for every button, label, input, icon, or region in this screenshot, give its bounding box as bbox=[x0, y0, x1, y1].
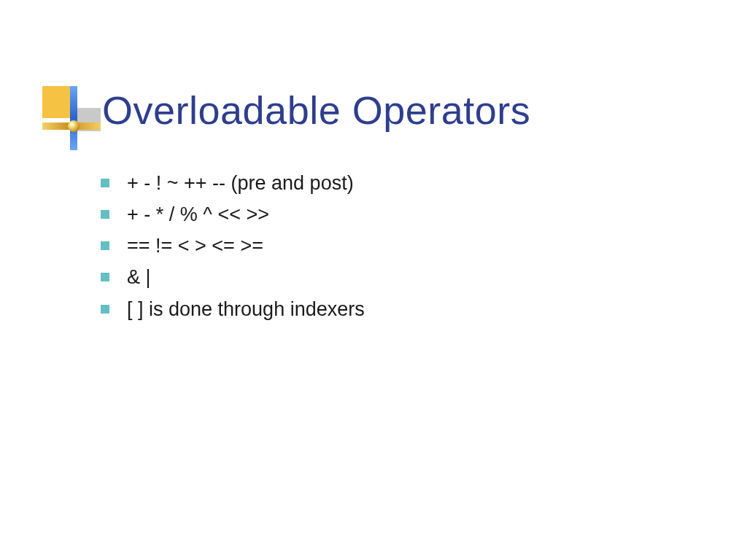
center-dot bbox=[68, 120, 80, 132]
list-item: + - ! ~ ++ -- (pre and post) bbox=[101, 169, 703, 198]
slide: Overloadable Operators + - ! ~ ++ -- (pr… bbox=[0, 0, 747, 560]
list-item: == != < > <= >= bbox=[101, 232, 703, 260]
corner-graphic bbox=[42, 86, 101, 150]
list-item: & | bbox=[101, 263, 703, 292]
slide-title: Overloadable Operators bbox=[102, 88, 530, 133]
list-item: + - * / % ^ << >> bbox=[101, 201, 703, 229]
bullet-list: + - ! ~ ++ -- (pre and post) + - * / % ^… bbox=[101, 169, 703, 327]
list-item: [ ] is done through indexers bbox=[101, 295, 703, 324]
vertical-bar bbox=[70, 86, 77, 150]
